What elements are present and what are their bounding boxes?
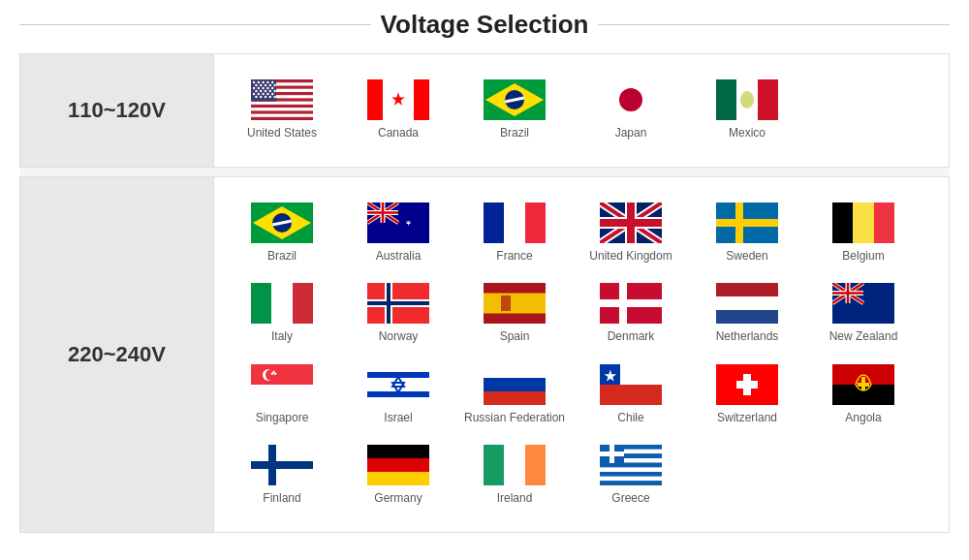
country-item: Belgium bbox=[805, 193, 922, 274]
country-name: Brazil bbox=[500, 126, 529, 141]
svg-rect-158 bbox=[600, 482, 662, 486]
flag-fi bbox=[251, 445, 313, 485]
svg-point-18 bbox=[253, 87, 255, 89]
countries-cell-0: United States Canada Brazil Japan Mexico bbox=[214, 54, 950, 168]
svg-rect-94 bbox=[484, 294, 546, 314]
voltage-row-0: 110~120V bbox=[20, 54, 950, 168]
svg-point-47 bbox=[619, 88, 642, 111]
country-item: Sweden bbox=[689, 193, 805, 274]
svg-rect-155 bbox=[600, 468, 662, 473]
country-name: Mexico bbox=[729, 126, 766, 141]
voltage-text: 220~240V bbox=[68, 342, 166, 366]
svg-rect-144 bbox=[367, 445, 429, 458]
countries-grid: Brazil Australia France bbox=[224, 193, 939, 516]
country-item: Mexico bbox=[689, 70, 805, 151]
country-item: France bbox=[456, 193, 573, 274]
svg-point-33 bbox=[255, 96, 257, 98]
page: Voltage Selection 110~120V bbox=[0, 0, 969, 560]
voltage-text: 110~120V bbox=[68, 98, 166, 122]
svg-rect-81 bbox=[716, 219, 778, 227]
country-item: Canada bbox=[340, 70, 456, 151]
country-name: Australia bbox=[376, 249, 422, 264]
svg-rect-147 bbox=[484, 445, 504, 485]
flag-es bbox=[484, 283, 546, 324]
svg-point-31 bbox=[266, 93, 268, 95]
country-name: Singapore bbox=[256, 411, 309, 426]
country-name: New Zealand bbox=[829, 329, 898, 345]
svg-rect-127 bbox=[484, 391, 546, 405]
country-item: United States bbox=[224, 70, 340, 151]
voltage-row-1: 220~240V Brazil Australia France bbox=[20, 176, 950, 532]
flag-se bbox=[716, 202, 778, 243]
flag-be bbox=[832, 202, 894, 243]
country-name: Belgium bbox=[842, 249, 884, 264]
svg-point-28 bbox=[253, 93, 255, 95]
country-item: Russian Federation bbox=[456, 355, 573, 436]
svg-point-34 bbox=[260, 96, 262, 98]
svg-rect-87 bbox=[293, 283, 313, 324]
svg-rect-49 bbox=[716, 79, 736, 120]
country-name: Chile bbox=[617, 411, 643, 426]
svg-rect-98 bbox=[600, 299, 662, 307]
title-area: Voltage Selection bbox=[19, 10, 950, 40]
svg-point-51 bbox=[740, 91, 754, 109]
country-name: Switzerland bbox=[717, 411, 777, 426]
svg-rect-5 bbox=[251, 108, 313, 110]
countries-grid: United States Canada Brazil Japan Mexico bbox=[224, 70, 939, 151]
country-name: Israel bbox=[384, 411, 412, 426]
country-item: Brazil bbox=[456, 70, 573, 151]
country-item: Japan bbox=[573, 70, 689, 151]
country-name: Canada bbox=[378, 126, 419, 141]
country-item: Finland bbox=[224, 435, 340, 516]
svg-rect-145 bbox=[367, 458, 429, 472]
voltage-label-0: 110~120V bbox=[20, 54, 214, 168]
svg-point-22 bbox=[271, 87, 273, 89]
svg-point-20 bbox=[262, 87, 264, 89]
svg-point-12 bbox=[271, 81, 273, 83]
svg-point-17 bbox=[273, 84, 275, 86]
flag-mx bbox=[716, 79, 778, 120]
svg-point-25 bbox=[265, 90, 266, 92]
country-item: Norway bbox=[340, 273, 456, 355]
country-name: Brazil bbox=[267, 249, 297, 264]
svg-rect-4 bbox=[251, 102, 313, 105]
countries-cell-1: Brazil Australia France bbox=[214, 176, 950, 532]
svg-point-10 bbox=[262, 81, 264, 83]
country-name: Denmark bbox=[608, 329, 655, 345]
svg-rect-83 bbox=[832, 202, 853, 243]
country-item: Switzerland bbox=[689, 355, 805, 436]
svg-rect-120 bbox=[367, 364, 429, 405]
svg-point-16 bbox=[269, 84, 271, 86]
voltage-label-1: 220~240V bbox=[20, 176, 214, 532]
svg-rect-126 bbox=[484, 378, 546, 391]
flag-gr bbox=[600, 445, 662, 485]
country-item: Chile bbox=[573, 355, 689, 436]
svg-rect-69 bbox=[525, 202, 546, 243]
svg-rect-154 bbox=[600, 463, 662, 468]
svg-point-36 bbox=[269, 96, 271, 98]
svg-point-27 bbox=[273, 90, 275, 92]
flag-br bbox=[484, 79, 546, 120]
flag-cl bbox=[600, 364, 662, 405]
country-item: Denmark bbox=[573, 273, 689, 355]
title-line-left bbox=[19, 24, 371, 25]
svg-rect-142 bbox=[251, 461, 313, 469]
country-item: Brazil bbox=[224, 193, 340, 274]
country-item: New Zealand bbox=[805, 273, 922, 355]
svg-point-26 bbox=[269, 90, 271, 92]
flag-nl bbox=[716, 283, 778, 324]
flag-ru bbox=[484, 364, 546, 405]
svg-rect-114 bbox=[251, 364, 313, 385]
country-name: Japan bbox=[615, 126, 647, 141]
flag-us bbox=[251, 79, 313, 120]
country-name: Finland bbox=[263, 491, 300, 507]
flag-nz bbox=[832, 283, 894, 324]
flag-ao bbox=[832, 364, 894, 405]
country-name: Spain bbox=[500, 329, 530, 345]
country-item: Greece bbox=[573, 435, 689, 516]
flag-no bbox=[367, 283, 429, 324]
country-name: United States bbox=[247, 126, 317, 141]
country-item: Israel bbox=[340, 355, 456, 436]
country-name: Russian Federation bbox=[464, 411, 565, 426]
flag-de bbox=[367, 445, 429, 485]
